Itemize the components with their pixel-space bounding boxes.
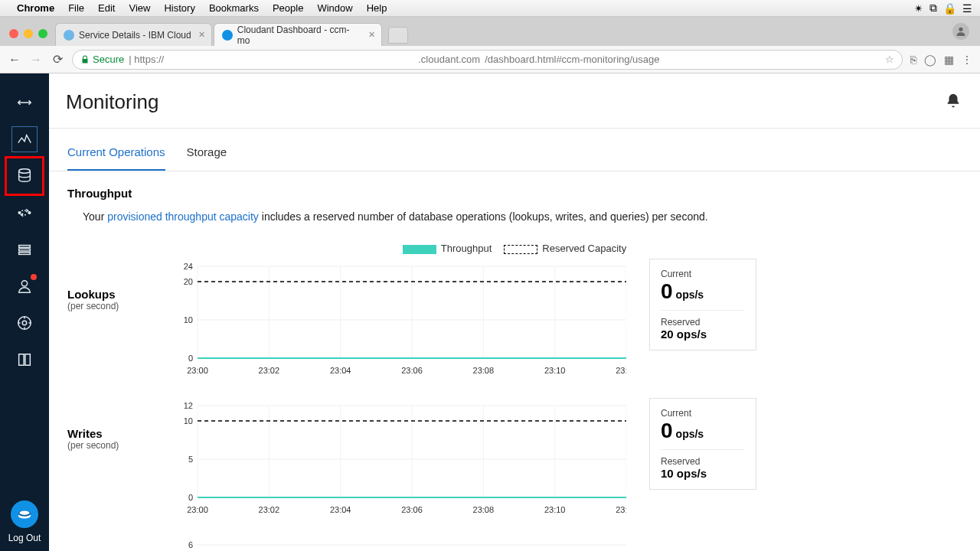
lock-icon[interactable]: 🔒 [943, 2, 956, 15]
menu-file[interactable]: File [68, 2, 84, 14]
chart-row: Lookups(per second)010202423:0023:0223:0… [67, 259, 962, 384]
menu-history[interactable]: History [164, 2, 194, 14]
tab-favicon [64, 30, 74, 41]
notification-dot-icon [31, 274, 37, 280]
tab-storage[interactable]: Storage [187, 135, 227, 171]
menu-view[interactable]: View [129, 2, 150, 14]
menu-window[interactable]: Window [317, 2, 352, 14]
sidebar-avatar[interactable] [11, 500, 38, 528]
svg-text:23:04: 23:04 [330, 505, 351, 514]
svg-text:23:02: 23:02 [259, 505, 280, 514]
close-window-icon[interactable] [9, 29, 18, 38]
browser-tab[interactable]: Service Details - IBM Cloud ✕ [55, 23, 212, 46]
legend-swatch-reserved [504, 245, 537, 254]
menu-chrome[interactable]: Chrome [17, 2, 54, 14]
chart-unit: (per second) [67, 301, 144, 311]
svg-point-1 [19, 169, 31, 174]
menu-edit[interactable]: Edit [98, 2, 115, 14]
sidebar-support-icon[interactable] [6, 305, 43, 341]
tab-title: Service Details - IBM Cloud [79, 30, 191, 41]
extension-icon[interactable]: ◯ [924, 54, 936, 66]
svg-text:23:08: 23:08 [473, 366, 495, 375]
browser-tab-active[interactable]: Cloudant Dashboard - ccm-mo ✕ [214, 23, 382, 46]
chart-unit: (per second) [67, 440, 144, 451]
svg-text:10: 10 [184, 315, 193, 324]
extension-icon-2[interactable]: ▦ [944, 54, 954, 66]
content-tabs: Current Operations Storage [49, 135, 980, 171]
chart-svg: 6 [167, 537, 626, 551]
svg-rect-6 [19, 253, 31, 255]
legend-swatch-throughput [403, 245, 436, 254]
url-host: .cloudant.com [418, 54, 480, 65]
tab-favicon [222, 30, 233, 41]
svg-text:23:02: 23:02 [259, 366, 280, 375]
section-title: Throughput [67, 187, 962, 200]
page-header: Monitoring [49, 73, 980, 129]
tab-title: Cloudant Dashboard - ccm-mo [237, 24, 361, 46]
svg-rect-4 [19, 246, 31, 248]
mac-menubar: Chrome File Edit View History Bookmarks … [0, 0, 980, 17]
svg-text:12: 12 [184, 401, 193, 410]
dropbox-icon[interactable]: ⧉ [929, 2, 937, 15]
page-title: Monitoring [66, 90, 158, 114]
svg-text:23:12: 23:12 [616, 505, 626, 514]
svg-text:20: 20 [184, 277, 193, 286]
url-scheme: | https:// [129, 54, 164, 65]
svg-text:0: 0 [188, 354, 193, 363]
svg-point-2 [18, 212, 21, 214]
back-button[interactable]: ← [8, 53, 21, 67]
reload-button[interactable]: ⟳ [51, 52, 64, 67]
sidebar-docs-icon[interactable] [6, 341, 43, 378]
menubar-tray: ✴ ⧉ 🔒 ☰ [914, 2, 972, 15]
section-description: Your provisioned throughput capacity inc… [83, 210, 962, 223]
sidebar-collapse-toggle[interactable] [6, 84, 43, 121]
secure-badge: Secure [80, 54, 124, 65]
svg-point-9 [22, 321, 27, 325]
throughput-section: Throughput Your provisioned throughput c… [49, 171, 980, 551]
app-viewport: Log Out Monitoring Current Operations St… [0, 73, 980, 551]
menu-bookmarks[interactable]: Bookmarks [209, 2, 259, 14]
svg-text:6: 6 [188, 540, 193, 549]
tab-close-icon[interactable]: ✕ [198, 30, 205, 40]
chrome-profile-icon[interactable] [952, 23, 969, 40]
main-content: Monitoring Current Operations Storage Th… [49, 73, 980, 551]
chart-svg: 010202423:0023:0223:0423:0623:0823:1023:… [167, 259, 626, 381]
sidebar-replication-icon[interactable] [6, 194, 43, 231]
svg-text:0: 0 [188, 493, 193, 502]
forward-button[interactable]: → [29, 53, 43, 67]
chrome-menu-icon[interactable]: ⋮ [962, 54, 972, 66]
sidebar-active-tasks-icon[interactable] [6, 231, 43, 268]
address-bar[interactable]: Secure | https:// .cloudant.com/dashboar… [72, 50, 903, 70]
sidebar-databases-icon[interactable] [6, 158, 43, 194]
control-center-icon[interactable]: ☰ [962, 2, 972, 15]
sidebar-account-icon[interactable] [6, 268, 43, 305]
logout-link[interactable]: Log Out [8, 533, 41, 543]
window-controls[interactable] [9, 29, 47, 38]
notifications-bell-icon[interactable] [945, 93, 962, 112]
tab-current-operations[interactable]: Current Operations [67, 135, 165, 171]
svg-point-7 [21, 281, 27, 286]
provisioned-capacity-link[interactable]: provisioned throughput capacity [107, 210, 259, 223]
svg-text:23:06: 23:06 [401, 505, 423, 514]
chart-summary: Current 0ops/s Reserved 20 ops/s [649, 259, 756, 350]
svg-text:23:04: 23:04 [330, 366, 351, 375]
svg-text:23:08: 23:08 [473, 505, 495, 514]
chart-legend: Throughput Reserved Capacity [67, 243, 962, 254]
chart-name: Writes [67, 427, 144, 440]
svg-text:23:00: 23:00 [187, 505, 208, 514]
svg-point-0 [959, 28, 962, 31]
tab-close-icon[interactable]: ✕ [368, 30, 375, 40]
new-tab-button[interactable] [388, 27, 408, 44]
sidebar: Log Out [0, 73, 49, 551]
maximize-window-icon[interactable] [38, 29, 47, 38]
menu-help[interactable]: Help [367, 2, 387, 14]
bookmark-star-icon[interactable]: ☆ [885, 54, 894, 65]
svg-point-3 [28, 212, 31, 214]
sidebar-activity-icon[interactable] [6, 121, 43, 158]
svg-text:23:10: 23:10 [544, 505, 566, 514]
menu-people[interactable]: People [273, 2, 303, 14]
evernote-icon[interactable]: ✴ [914, 2, 923, 15]
minimize-window-icon[interactable] [24, 29, 33, 38]
cast-icon[interactable]: ⎘ [910, 54, 916, 66]
svg-text:23:10: 23:10 [544, 366, 566, 375]
